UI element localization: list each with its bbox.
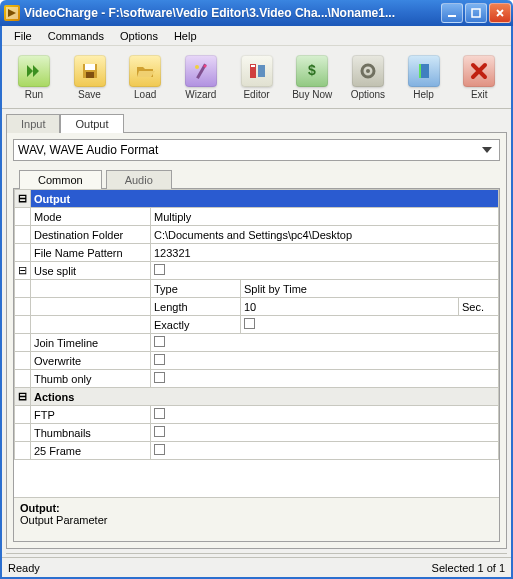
editor-button[interactable]: Editor [231, 50, 283, 104]
tab-output[interactable]: Output [60, 114, 123, 133]
prop-mode-val[interactable]: Multiply [151, 208, 499, 226]
prop-dest-key[interactable]: Destination Folder [31, 226, 151, 244]
svg-point-14 [366, 69, 370, 73]
prop-fname-val[interactable]: 123321 [151, 244, 499, 262]
svg-point-8 [203, 64, 206, 67]
checkbox-icon[interactable] [154, 444, 165, 455]
prop-join-key[interactable]: Join Timeline [31, 334, 151, 352]
svg-text:$: $ [308, 62, 316, 78]
run-button[interactable]: Run [8, 50, 60, 104]
menu-commands[interactable]: Commands [40, 28, 112, 44]
checkbox-icon[interactable] [244, 318, 255, 329]
save-button[interactable]: Save [64, 50, 116, 104]
expander-icon[interactable]: ⊟ [15, 190, 31, 208]
checkbox-icon[interactable] [154, 426, 165, 437]
prop-exactly-key[interactable]: Exactly [151, 316, 241, 334]
prop-25frame-val[interactable] [151, 442, 499, 460]
close-button[interactable] [489, 3, 511, 23]
prop-25frame-key[interactable]: 25 Frame [31, 442, 151, 460]
window-title: VideoCharge - F:\software\Vedio Editor\3… [24, 6, 441, 20]
maximize-button[interactable] [465, 3, 487, 23]
prop-dest-val[interactable]: C:\Documents and Settings\pc4\Desktop [151, 226, 499, 244]
help-button[interactable]: Help [398, 50, 450, 104]
editor-icon [241, 55, 273, 87]
menu-file[interactable]: File [6, 28, 40, 44]
run-icon [18, 55, 50, 87]
subtab-common[interactable]: Common [19, 170, 102, 189]
description-panel: Output: Output Parameter [14, 497, 499, 541]
title-bar: VideoCharge - F:\software\Vedio Editor\3… [0, 0, 513, 26]
prop-thumbs-key[interactable]: Thumbnails [31, 424, 151, 442]
exit-button[interactable]: Exit [453, 50, 505, 104]
checkbox-icon[interactable] [154, 354, 165, 365]
prop-type-val[interactable]: Split by Time [241, 280, 499, 298]
svg-rect-10 [251, 65, 255, 67]
svg-rect-2 [472, 9, 480, 17]
prop-join-val[interactable] [151, 334, 499, 352]
svg-rect-5 [86, 72, 94, 78]
description-title: Output: [20, 502, 493, 514]
checkbox-icon[interactable] [154, 264, 165, 275]
svg-rect-16 [419, 64, 421, 78]
checkbox-icon[interactable] [154, 372, 165, 383]
load-icon [129, 55, 161, 87]
format-label: WAV, WAVE Audio Format [18, 143, 479, 157]
status-right: Selected 1 of 1 [432, 562, 505, 574]
category-output[interactable]: Output [31, 190, 499, 208]
prop-split-val[interactable] [151, 262, 499, 280]
description-body: Output Parameter [20, 514, 493, 526]
prop-exactly-val[interactable] [241, 316, 499, 334]
prop-thumb-val[interactable] [151, 370, 499, 388]
buynow-icon: $ [296, 55, 328, 87]
subtab-audio[interactable]: Audio [106, 170, 172, 189]
status-bar: Ready Selected 1 of 1 [2, 557, 511, 577]
svg-rect-11 [258, 65, 265, 77]
format-selector[interactable]: WAV, WAVE Audio Format [13, 139, 500, 161]
prop-overwrite-val[interactable] [151, 352, 499, 370]
options-button[interactable]: Options [342, 50, 394, 104]
wizard-icon [185, 55, 217, 87]
prop-overwrite-key[interactable]: Overwrite [31, 352, 151, 370]
load-button[interactable]: Load [119, 50, 171, 104]
prop-ftp-key[interactable]: FTP [31, 406, 151, 424]
buynow-button[interactable]: $ Buy Now [286, 50, 338, 104]
toolbar: Run Save Load Wizard Editor $ Buy Now Op… [2, 46, 511, 109]
prop-thumb-key[interactable]: Thumb only [31, 370, 151, 388]
help-icon [408, 55, 440, 87]
svg-rect-1 [448, 15, 456, 17]
minimize-button[interactable] [441, 3, 463, 23]
checkbox-icon[interactable] [154, 336, 165, 347]
menu-help[interactable]: Help [166, 28, 205, 44]
svg-point-7 [195, 65, 199, 69]
category-actions[interactable]: Actions [31, 388, 499, 406]
prop-length-val[interactable]: 10 [241, 298, 459, 316]
dropdown-icon [479, 142, 495, 158]
expander-icon[interactable]: ⊟ [15, 388, 31, 406]
exit-icon [463, 55, 495, 87]
checkbox-icon[interactable] [154, 408, 165, 419]
tab-input[interactable]: Input [6, 114, 60, 133]
sub-tabs: Common Audio [19, 169, 500, 188]
prop-type-key[interactable]: Type [151, 280, 241, 298]
prop-ftp-val[interactable] [151, 406, 499, 424]
prop-length-key[interactable]: Length [151, 298, 241, 316]
menu-bar: File Commands Options Help [2, 26, 511, 46]
save-icon [74, 55, 106, 87]
expander-icon[interactable]: ⊟ [15, 262, 31, 280]
prop-split-key[interactable]: Use split [31, 262, 151, 280]
prop-fname-key[interactable]: File Name Pattern [31, 244, 151, 262]
options-icon [352, 55, 384, 87]
wizard-button[interactable]: Wizard [175, 50, 227, 104]
app-icon [4, 5, 20, 21]
menu-options[interactable]: Options [112, 28, 166, 44]
property-grid: ⊟Output ModeMultiply Destination FolderC… [14, 189, 499, 497]
main-tabs: Input Output [6, 113, 507, 132]
prop-mode-key[interactable]: Mode [31, 208, 151, 226]
status-left: Ready [8, 562, 432, 574]
prop-length-unit: Sec. [459, 298, 499, 316]
svg-rect-4 [85, 64, 95, 70]
prop-thumbs-val[interactable] [151, 424, 499, 442]
